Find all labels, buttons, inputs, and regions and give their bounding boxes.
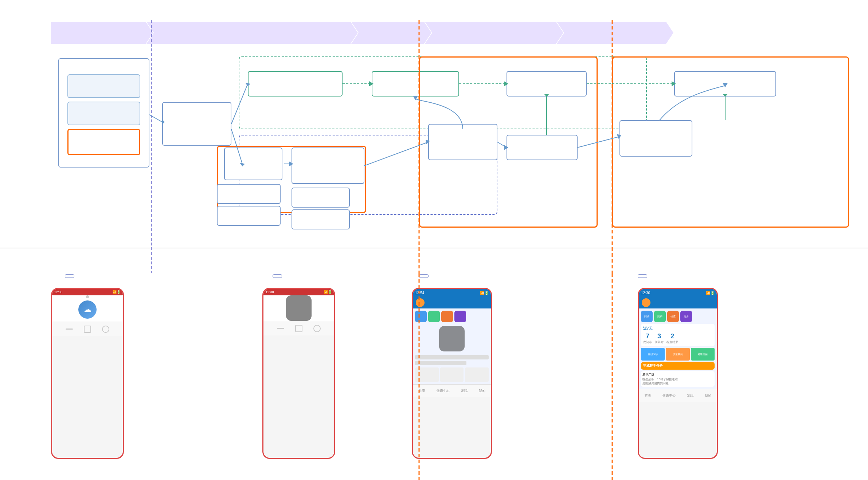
download-box xyxy=(67,129,140,155)
phone2-loading-box xyxy=(286,295,312,321)
page-onready-box xyxy=(507,135,578,160)
phone-3: 12:54 📶🔋 首页健康中心发现我的 xyxy=(412,288,492,459)
inject-wxss-box xyxy=(248,71,343,97)
pipeline-row xyxy=(51,20,861,46)
phone1-app-icon: ☁ xyxy=(78,300,97,319)
collect-initial-box xyxy=(428,124,497,160)
request-main-box xyxy=(619,120,692,157)
app-onshow-box xyxy=(217,206,281,226)
phase-actual xyxy=(638,274,647,278)
page-onload-box xyxy=(292,188,350,208)
phase-enter xyxy=(273,274,282,278)
mini-info-box xyxy=(67,74,140,98)
pipeline-pkg xyxy=(51,22,153,44)
pipeline-rendering xyxy=(425,22,563,44)
build-page-box xyxy=(292,147,364,184)
phase-initial xyxy=(419,274,429,278)
read-config-box xyxy=(162,102,231,146)
pipeline-interactive xyxy=(557,22,673,44)
inject-logic-box xyxy=(224,147,282,180)
phone-2: 12:30📶🔋 xyxy=(262,288,335,459)
pipeline-code xyxy=(146,22,358,44)
app-onlaunch-box xyxy=(217,184,281,204)
phase-loading xyxy=(65,274,74,278)
launch-mini-box xyxy=(58,58,149,168)
pipeline-build xyxy=(351,22,431,44)
phone3-loading-box xyxy=(439,326,465,351)
divider-line xyxy=(0,248,868,248)
mini-env-box xyxy=(67,102,140,125)
phone-4: 12:30 📶🔋 问诊 购药 检查 更多 近7天 7次问诊 3川药方 2检查结果… xyxy=(638,288,718,459)
phone2-status: 12:30📶🔋 xyxy=(263,289,334,295)
phone1-status: 12:30📶🔋 xyxy=(52,289,123,295)
svg-line-5 xyxy=(149,115,162,122)
page-onshow-box xyxy=(292,209,350,229)
phone-1: 12:30📶🔋 ☁ xyxy=(51,288,124,459)
